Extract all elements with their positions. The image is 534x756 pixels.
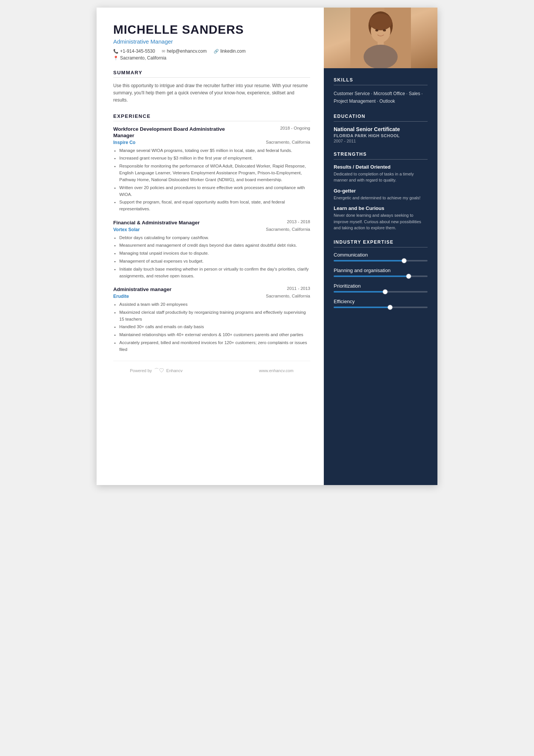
phone-contact: 📞 +1-914-345-5530 — [113, 49, 155, 54]
bullet: Manage several WIOA programs, totaling o… — [119, 147, 310, 154]
skills-section: SKILLS Customer Service · Microsoft Offi… — [334, 77, 428, 105]
skill-label-prioritization: Prioritization — [334, 283, 428, 289]
contact-row-1: 📞 +1-914-345-5530 ✉ help@enhancv.com 🔗 l… — [113, 49, 310, 54]
skill-fill-prioritization — [334, 291, 385, 293]
industry-expertise-section: INDUSTRY EXPERTISE Communication Plannin… — [334, 239, 428, 308]
bullet: Responsible for monitoring the performan… — [119, 163, 310, 183]
footer: Powered by ⌒♡ Enhancv www.enhancv.com — [113, 361, 310, 380]
industry-expertise-title: INDUSTRY EXPERTISE — [334, 239, 428, 247]
bullet: Accurately prepared, billed and monitore… — [119, 340, 310, 353]
skill-fill-planning — [334, 275, 409, 277]
strength-title-1: Results / Detail Oriented — [334, 164, 428, 170]
strength-item-3: Learn and be Curious Never done learning… — [334, 205, 428, 231]
exp-bullets-3: Assisted a team with 20 employees Maximi… — [113, 301, 310, 353]
skill-bar-planning: Planning and organisation — [334, 268, 428, 277]
location-icon: 📍 — [113, 56, 119, 61]
location-contact: 📍 Sacramento, California — [113, 55, 166, 61]
exp-bullets-1: Manage several WIOA programs, totaling o… — [113, 147, 310, 213]
svg-point-8 — [383, 29, 386, 31]
footer-website: www.enhancv.com — [259, 368, 294, 373]
candidate-name: MICHELLE SANDERS — [113, 23, 310, 37]
strength-item-2: Go-getter Energetic and determined to ac… — [334, 188, 428, 201]
bullet: Managing total unpaid invoices due to di… — [119, 250, 310, 257]
bullet: Increased grant revenue by $3 million in… — [119, 155, 310, 162]
bullet: Management of actual expenses vs budget. — [119, 258, 310, 265]
exp-item-2: Financial & Administrative Manager 2013 … — [113, 219, 310, 279]
photo-area — [324, 8, 437, 68]
header-section: MICHELLE SANDERS Administrative Manager … — [113, 23, 310, 61]
email-icon: ✉ — [162, 49, 165, 54]
skills-title: SKILLS — [334, 77, 428, 85]
skill-track-planning — [334, 275, 428, 277]
right-column: SKILLS Customer Service · Microsoft Offi… — [324, 8, 437, 485]
link-icon: 🔗 — [214, 49, 219, 54]
enhancv-logo-icon: ⌒♡ — [154, 367, 164, 374]
exp-title-1: Workforce Development Board Administrati… — [113, 126, 227, 139]
skill-dot-planning — [406, 274, 411, 279]
education-title: EDUCATION — [334, 114, 428, 122]
skills-text: Customer Service · Microsoft Office · Sa… — [334, 90, 428, 105]
experience-title: EXPERIENCE — [113, 113, 310, 121]
strengths-section: STRENGTHS Results / Detail Oriented Dedi… — [334, 152, 428, 231]
skill-track-efficiency — [334, 307, 428, 308]
education-section: EDUCATION National Senior Certificate FL… — [334, 114, 428, 143]
exp-location-3: Sacramento, California — [266, 294, 310, 299]
email-contact: ✉ help@enhancv.com — [162, 49, 206, 54]
bullet: Initiate daily touch base meeting whethe… — [119, 266, 310, 280]
bullet: Written over 20 policies and procedures … — [119, 185, 310, 198]
edu-school: FLORIDA PARK HIGH SCHOOL — [334, 133, 428, 138]
exp-title-3: Administrative manager — [113, 286, 172, 293]
svg-point-6 — [364, 45, 398, 68]
right-content: SKILLS Customer Service · Microsoft Offi… — [324, 68, 437, 326]
experience-section: EXPERIENCE Workforce Development Board A… — [113, 113, 310, 353]
exp-item-3: Administrative manager 2011 - 2013 Erudi… — [113, 286, 310, 353]
phone-icon: 📞 — [113, 49, 119, 54]
candidate-photo — [324, 8, 437, 68]
strength-desc-3: Never done learning and always seeking t… — [334, 212, 428, 231]
exp-location-2: Sacramento, California — [266, 227, 310, 232]
bullet: Support the program, fiscal, and equal o… — [119, 199, 310, 213]
skill-fill-communication — [334, 260, 404, 261]
skill-track-communication — [334, 260, 428, 261]
skill-track-prioritization — [334, 291, 428, 293]
exp-date-1: 2018 - Ongoing — [280, 126, 310, 130]
skill-dot-communication — [402, 258, 406, 263]
strength-desc-2: Energetic and determined to achieve my g… — [334, 195, 428, 201]
svg-point-4 — [369, 14, 392, 30]
exp-item-1: Workforce Development Board Administrati… — [113, 126, 310, 213]
candidate-title: Administrative Manager — [113, 38, 310, 45]
exp-location-1: Sacramento, California — [266, 140, 310, 145]
powered-by-label: Powered by — [130, 368, 152, 373]
exp-date-3: 2011 - 2013 — [287, 286, 310, 291]
skill-bar-communication: Communication — [334, 252, 428, 261]
skill-label-communication: Communication — [334, 252, 428, 258]
summary-title: SUMMARY — [113, 70, 310, 78]
skill-label-planning: Planning and organisation — [334, 268, 428, 273]
strength-title-3: Learn and be Curious — [334, 205, 428, 211]
brand-name: Enhancv — [166, 368, 183, 373]
footer-brand: Powered by ⌒♡ Enhancv — [130, 367, 183, 374]
skill-fill-efficiency — [334, 307, 390, 308]
contact-row-2: 📍 Sacramento, California — [113, 55, 310, 61]
strengths-title: STRENGTHS — [334, 152, 428, 160]
exp-title-2: Financial & Administrative Manager — [113, 219, 200, 226]
svg-point-7 — [375, 29, 378, 31]
skill-bar-prioritization: Prioritization — [334, 283, 428, 293]
exp-company-3: Erudite — [113, 294, 129, 299]
bullet: Measurement and management of credit day… — [119, 242, 310, 249]
strength-item-1: Results / Detail Oriented Dedicated to c… — [334, 164, 428, 183]
strength-title-2: Go-getter — [334, 188, 428, 194]
bullet: Handled 30+ calls and emails on daily ba… — [119, 324, 310, 330]
exp-company-2: Vortex Solar — [113, 227, 140, 232]
website-contact: 🔗 linkedin.com — [214, 49, 246, 54]
summary-section: SUMMARY Use this opportunity to intrigue… — [113, 70, 310, 104]
exp-date-2: 2013 - 2018 — [287, 219, 310, 224]
bullet: Maintained relationships with 40+ extern… — [119, 332, 310, 338]
bullet: Maximized clerical staff productivity by… — [119, 309, 310, 323]
skill-bar-efficiency: Efficiency — [334, 299, 428, 308]
skill-label-efficiency: Efficiency — [334, 299, 428, 304]
skill-dot-efficiency — [388, 305, 392, 310]
edu-years: 2007 - 2011 — [334, 139, 428, 143]
exp-company-1: Inspire Co — [113, 140, 136, 145]
edu-degree: National Senior Certificate — [334, 126, 428, 132]
